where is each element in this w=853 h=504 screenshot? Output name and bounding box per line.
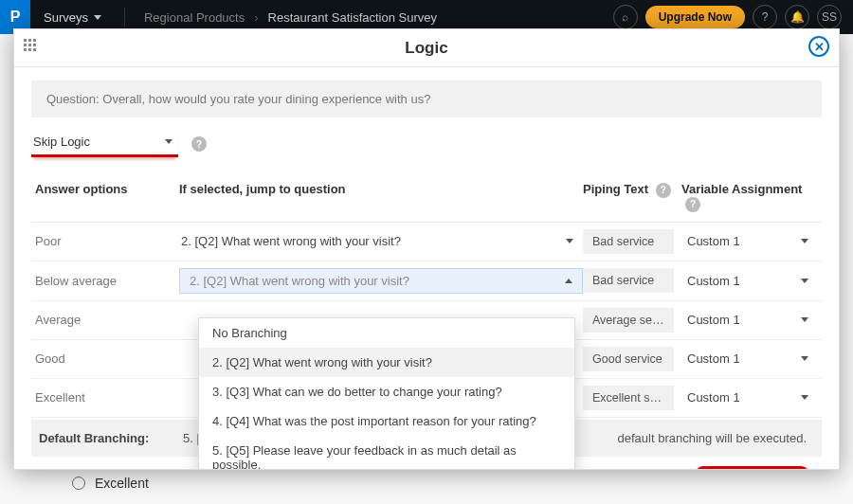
logic-row-poor: Poor 2. [Q2] What went wrong with your v… <box>31 223 822 261</box>
chevron-down-icon <box>165 139 172 144</box>
search-icon[interactable]: ⌕ <box>613 5 638 29</box>
jump-select-open[interactable]: 2. [Q2] What went wrong with your visit? <box>179 268 583 294</box>
chevron-down-icon <box>801 279 808 283</box>
question-prefix: Question: <box>46 92 102 106</box>
col-header-pipe: Piping Text ? <box>583 182 681 212</box>
variable-select[interactable]: Custom 1 <box>681 309 814 331</box>
help-icon[interactable]: ? <box>685 197 700 212</box>
chevron-down-icon <box>801 317 808 322</box>
col-header-jump: If selected, jump to question <box>179 182 583 212</box>
answer-label: Poor <box>31 234 179 248</box>
piping-text-input[interactable]: Bad service <box>583 229 674 254</box>
modal-body: Question: Overall, how would you rate yo… <box>14 67 839 469</box>
modal-header: Logic ✕ <box>14 29 839 67</box>
app-backdrop: P Surveys Regional Products › Restaurant… <box>0 0 853 504</box>
logic-modal: Logic ✕ Question: Overall, how would you… <box>13 28 840 470</box>
help-icon[interactable]: ? <box>191 136 207 152</box>
jump-select[interactable]: 2. [Q2] What went wrong with your visit? <box>179 230 583 252</box>
chevron-down-icon <box>801 356 808 361</box>
variable-select[interactable]: Custom 1 <box>681 348 814 369</box>
chevron-up-icon <box>565 279 572 283</box>
dropdown-item-q4[interactable]: 4. [Q4] What was the post important reas… <box>199 406 574 436</box>
breadcrumb-current: Restaurant Satisfaction Survey <box>259 10 446 25</box>
piping-text-input[interactable]: Excellent service <box>583 386 674 410</box>
help-icon[interactable]: ? <box>753 5 777 29</box>
chevron-down-icon <box>801 395 808 400</box>
upgrade-button[interactable]: Upgrade Now <box>645 6 745 28</box>
drag-handle-icon[interactable] <box>24 39 37 52</box>
survey-option-label: Excellent <box>95 476 149 491</box>
surveys-menu-label: Surveys <box>44 10 88 25</box>
answer-label: Excellent <box>31 390 179 405</box>
radio-icon <box>72 477 85 490</box>
col-header-answer: Answer options <box>31 182 179 212</box>
chevron-down-icon <box>801 239 808 243</box>
dropdown-item-q5[interactable]: 5. [Q5] Please leave your feedback in as… <box>199 436 574 469</box>
piping-text-input[interactable]: Bad service <box>583 268 674 293</box>
chevron-down-icon <box>94 15 101 20</box>
logic-type-select[interactable]: Skip Logic <box>31 131 178 157</box>
answer-label: Average <box>31 313 179 327</box>
dropdown-item-q3[interactable]: 3. [Q3] What can we do better to change … <box>199 377 574 406</box>
question-text: Overall, how would you rate your dining … <box>102 92 430 106</box>
variable-select[interactable]: Custom 1 <box>681 230 814 252</box>
close-icon[interactable]: ✕ <box>808 36 829 57</box>
logic-type-label: Skip Logic <box>33 135 90 149</box>
notifications-icon[interactable]: 🔔 <box>785 5 809 29</box>
logic-row-below-average: Below average 2. [Q2] What went wrong wi… <box>31 261 822 301</box>
piping-text-input[interactable]: Average service <box>583 308 674 333</box>
survey-option-excellent[interactable]: Excellent <box>72 476 149 491</box>
chevron-down-icon <box>566 239 573 243</box>
piping-text-input[interactable]: Good service <box>583 347 674 371</box>
dropdown-item-q2[interactable]: 2. [Q2] What went wrong with your visit? <box>199 348 574 377</box>
jump-value: 2. [Q2] What went wrong with your visit? <box>190 274 409 288</box>
answer-label: Good <box>31 351 179 366</box>
save-highlight-box: Save Logic <box>696 466 808 470</box>
variable-select[interactable]: Custom 1 <box>681 387 814 408</box>
answer-label: Below average <box>31 274 179 288</box>
breadcrumb-parent[interactable]: Regional Products <box>135 10 254 25</box>
jump-dropdown-menu: No Branching 2. [Q2] What went wrong wit… <box>198 317 575 469</box>
default-branching-label: Default Branching: <box>39 431 183 445</box>
dropdown-item-no-branching[interactable]: No Branching <box>199 318 574 348</box>
question-banner: Question: Overall, how would you rate yo… <box>31 81 822 117</box>
help-icon[interactable]: ? <box>656 183 671 198</box>
avatar[interactable]: SS <box>817 5 842 29</box>
variable-select[interactable]: Custom 1 <box>681 270 814 292</box>
col-header-variable: Variable Assignment ? <box>681 182 822 212</box>
surveys-menu[interactable]: Surveys <box>30 10 115 25</box>
jump-value: 2. [Q2] What went wrong with your visit? <box>181 234 401 248</box>
modal-title: Logic <box>405 39 447 58</box>
